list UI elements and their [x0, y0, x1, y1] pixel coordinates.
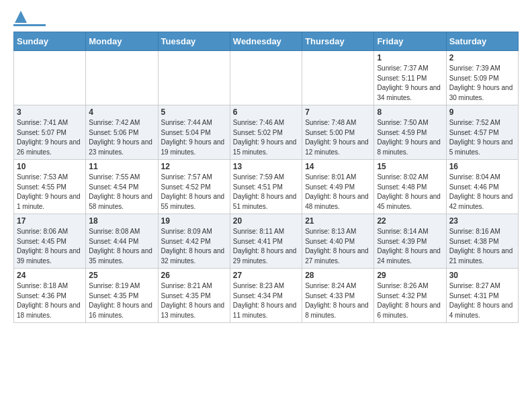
calendar-day-4: 4Sunrise: 7:42 AM Sunset: 5:06 PM Daylig… — [86, 105, 158, 160]
calendar-header-tuesday: Tuesday — [158, 32, 230, 51]
day-number: 24 — [17, 271, 83, 280]
day-info: Sunrise: 7:52 AM Sunset: 4:57 PM Dayligh… — [449, 118, 515, 157]
calendar-empty-cell — [14, 51, 86, 105]
calendar-week-row: 10Sunrise: 7:53 AM Sunset: 4:55 PM Dayli… — [14, 160, 519, 214]
day-number: 5 — [161, 107, 227, 117]
day-number: 16 — [449, 162, 515, 171]
calendar-week-row: 24Sunrise: 8:18 AM Sunset: 4:36 PM Dayli… — [14, 269, 519, 323]
day-number: 29 — [377, 271, 443, 280]
calendar-day-15: 15Sunrise: 8:02 AM Sunset: 4:48 PM Dayli… — [374, 160, 446, 214]
calendar-header-saturday: Saturday — [446, 32, 518, 51]
day-info: Sunrise: 8:19 AM Sunset: 4:35 PM Dayligh… — [89, 281, 154, 320]
calendar-week-row: 1Sunrise: 7:37 AM Sunset: 5:11 PM Daylig… — [14, 51, 519, 105]
day-info: Sunrise: 7:59 AM Sunset: 4:51 PM Dayligh… — [233, 173, 299, 212]
day-number: 12 — [161, 162, 227, 171]
day-number: 3 — [17, 107, 83, 117]
day-number: 21 — [305, 216, 371, 226]
calendar-empty-cell — [302, 51, 374, 105]
day-number: 4 — [89, 107, 154, 117]
calendar-empty-cell — [158, 51, 230, 105]
calendar-day-27: 27Sunrise: 8:23 AM Sunset: 4:34 PM Dayli… — [230, 269, 302, 323]
calendar-day-2: 2Sunrise: 7:39 AM Sunset: 5:09 PM Daylig… — [446, 51, 518, 105]
day-number: 1 — [377, 53, 443, 62]
calendar-day-24: 24Sunrise: 8:18 AM Sunset: 4:36 PM Dayli… — [14, 269, 86, 323]
day-number: 11 — [89, 162, 154, 171]
calendar-empty-cell — [86, 51, 158, 105]
day-info: Sunrise: 7:46 AM Sunset: 5:02 PM Dayligh… — [233, 118, 299, 157]
day-info: Sunrise: 7:57 AM Sunset: 4:52 PM Dayligh… — [161, 173, 227, 212]
calendar-day-16: 16Sunrise: 8:04 AM Sunset: 4:46 PM Dayli… — [446, 160, 518, 214]
calendar-day-9: 9Sunrise: 7:52 AM Sunset: 4:57 PM Daylig… — [446, 105, 518, 160]
day-number: 28 — [305, 271, 371, 280]
day-info: Sunrise: 7:41 AM Sunset: 5:07 PM Dayligh… — [17, 118, 83, 157]
calendar-day-3: 3Sunrise: 7:41 AM Sunset: 5:07 PM Daylig… — [14, 105, 86, 160]
day-info: Sunrise: 8:06 AM Sunset: 4:45 PM Dayligh… — [17, 227, 83, 266]
day-number: 14 — [305, 162, 371, 171]
day-number: 26 — [161, 271, 227, 280]
day-info: Sunrise: 8:24 AM Sunset: 4:33 PM Dayligh… — [305, 281, 371, 320]
calendar-header-sunday: Sunday — [14, 32, 86, 51]
calendar-day-29: 29Sunrise: 8:26 AM Sunset: 4:32 PM Dayli… — [374, 269, 446, 323]
logo-underline — [13, 24, 46, 26]
calendar-day-12: 12Sunrise: 7:57 AM Sunset: 4:52 PM Dayli… — [158, 160, 230, 214]
logo-icon — [15, 11, 27, 23]
calendar-day-25: 25Sunrise: 8:19 AM Sunset: 4:35 PM Dayli… — [86, 269, 158, 323]
calendar-day-14: 14Sunrise: 8:01 AM Sunset: 4:49 PM Dayli… — [302, 160, 374, 214]
day-number: 9 — [449, 107, 515, 117]
calendar-header-row: SundayMondayTuesdayWednesdayThursdayFrid… — [14, 32, 519, 51]
calendar-week-row: 3Sunrise: 7:41 AM Sunset: 5:07 PM Daylig… — [14, 105, 519, 160]
day-info: Sunrise: 8:09 AM Sunset: 4:42 PM Dayligh… — [161, 227, 227, 266]
day-info: Sunrise: 8:21 AM Sunset: 4:35 PM Dayligh… — [161, 281, 227, 320]
calendar-day-20: 20Sunrise: 8:11 AM Sunset: 4:41 PM Dayli… — [230, 214, 302, 269]
day-info: Sunrise: 8:02 AM Sunset: 4:48 PM Dayligh… — [377, 173, 443, 212]
page: SundayMondayTuesdayWednesdayThursdayFrid… — [0, 0, 532, 334]
day-number: 10 — [17, 162, 83, 171]
calendar-day-8: 8Sunrise: 7:50 AM Sunset: 4:59 PM Daylig… — [374, 105, 446, 160]
logo — [13, 11, 46, 26]
day-info: Sunrise: 7:39 AM Sunset: 5:09 PM Dayligh… — [449, 64, 515, 103]
day-number: 25 — [89, 271, 154, 280]
header — [13, 11, 519, 26]
day-info: Sunrise: 8:14 AM Sunset: 4:39 PM Dayligh… — [377, 227, 443, 266]
day-number: 27 — [233, 271, 299, 280]
day-info: Sunrise: 8:13 AM Sunset: 4:40 PM Dayligh… — [305, 227, 371, 266]
calendar-day-7: 7Sunrise: 7:48 AM Sunset: 5:00 PM Daylig… — [302, 105, 374, 160]
calendar-day-13: 13Sunrise: 7:59 AM Sunset: 4:51 PM Dayli… — [230, 160, 302, 214]
calendar-empty-cell — [230, 51, 302, 105]
day-info: Sunrise: 7:55 AM Sunset: 4:54 PM Dayligh… — [89, 173, 154, 212]
day-info: Sunrise: 8:08 AM Sunset: 4:44 PM Dayligh… — [89, 227, 154, 266]
calendar-day-26: 26Sunrise: 8:21 AM Sunset: 4:35 PM Dayli… — [158, 269, 230, 323]
day-number: 20 — [233, 216, 299, 226]
calendar-header-monday: Monday — [86, 32, 158, 51]
day-number: 13 — [233, 162, 299, 171]
day-number: 15 — [377, 162, 443, 171]
day-info: Sunrise: 7:42 AM Sunset: 5:06 PM Dayligh… — [89, 118, 154, 157]
calendar-day-22: 22Sunrise: 8:14 AM Sunset: 4:39 PM Dayli… — [374, 214, 446, 269]
day-number: 19 — [161, 216, 227, 226]
calendar-day-23: 23Sunrise: 8:16 AM Sunset: 4:38 PM Dayli… — [446, 214, 518, 269]
day-info: Sunrise: 7:48 AM Sunset: 5:00 PM Dayligh… — [305, 118, 371, 157]
calendar-header-friday: Friday — [374, 32, 446, 51]
day-number: 22 — [377, 216, 443, 226]
day-number: 30 — [449, 271, 515, 280]
day-info: Sunrise: 8:11 AM Sunset: 4:41 PM Dayligh… — [233, 227, 299, 266]
day-info: Sunrise: 7:44 AM Sunset: 5:04 PM Dayligh… — [161, 118, 227, 157]
calendar-day-21: 21Sunrise: 8:13 AM Sunset: 4:40 PM Dayli… — [302, 214, 374, 269]
day-info: Sunrise: 7:50 AM Sunset: 4:59 PM Dayligh… — [377, 118, 443, 157]
day-info: Sunrise: 8:16 AM Sunset: 4:38 PM Dayligh… — [449, 227, 515, 266]
day-info: Sunrise: 7:53 AM Sunset: 4:55 PM Dayligh… — [17, 173, 83, 212]
day-info: Sunrise: 8:04 AM Sunset: 4:46 PM Dayligh… — [449, 173, 515, 212]
calendar-day-28: 28Sunrise: 8:24 AM Sunset: 4:33 PM Dayli… — [302, 269, 374, 323]
calendar-header-wednesday: Wednesday — [230, 32, 302, 51]
calendar-day-1: 1Sunrise: 7:37 AM Sunset: 5:11 PM Daylig… — [374, 51, 446, 105]
day-info: Sunrise: 7:37 AM Sunset: 5:11 PM Dayligh… — [377, 64, 443, 103]
day-number: 2 — [449, 53, 515, 62]
calendar-day-11: 11Sunrise: 7:55 AM Sunset: 4:54 PM Dayli… — [86, 160, 158, 214]
day-info: Sunrise: 8:26 AM Sunset: 4:32 PM Dayligh… — [377, 281, 443, 320]
calendar-day-5: 5Sunrise: 7:44 AM Sunset: 5:04 PM Daylig… — [158, 105, 230, 160]
day-info: Sunrise: 8:27 AM Sunset: 4:31 PM Dayligh… — [449, 281, 515, 320]
day-number: 7 — [305, 107, 371, 117]
day-number: 17 — [17, 216, 83, 226]
calendar-header-thursday: Thursday — [302, 32, 374, 51]
calendar-day-30: 30Sunrise: 8:27 AM Sunset: 4:31 PM Dayli… — [446, 269, 518, 323]
